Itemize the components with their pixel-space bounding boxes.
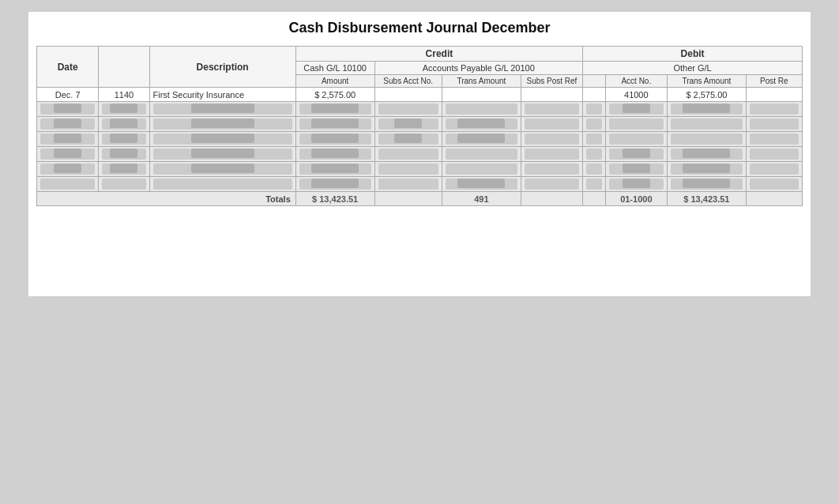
debit-acct-header: Acct No. xyxy=(605,75,667,88)
totals-debit-total: $ 13,423.51 xyxy=(668,192,747,206)
blur-ref xyxy=(99,147,149,162)
blur-db1 xyxy=(605,177,667,192)
blur-cash xyxy=(295,117,374,132)
blur-db0 xyxy=(583,162,606,177)
blur-date xyxy=(37,102,99,117)
debit-sub-header xyxy=(583,75,606,88)
row-ref: 1140 xyxy=(99,88,149,102)
blur-ap1 xyxy=(374,102,442,117)
ap-subs-header: Subs Acct No. xyxy=(374,75,442,88)
blur-db1 xyxy=(605,132,667,147)
blur-ap3 xyxy=(521,147,582,162)
totals-cash: $ 13,423.51 xyxy=(295,192,374,206)
ref-header xyxy=(99,47,149,88)
blur-db0 xyxy=(583,147,606,162)
blur-db2 xyxy=(668,177,747,192)
blur-ap1 xyxy=(374,162,442,177)
blur-db1 xyxy=(605,162,667,177)
blur-ap3 xyxy=(521,162,582,177)
totals-label: Totals xyxy=(37,192,296,206)
table-row-blurred-5 xyxy=(37,162,803,177)
page-title: Cash Disbursement Journal December xyxy=(36,20,803,36)
table-row-blurred-3 xyxy=(37,132,803,147)
blur-ap1 xyxy=(374,147,442,162)
blur-cash xyxy=(295,177,374,192)
blur-desc xyxy=(149,177,295,192)
blur-ap1 xyxy=(374,132,442,147)
totals-ap-trans: 491 xyxy=(442,192,521,206)
row-debit-sub xyxy=(583,88,606,102)
blur-db2 xyxy=(668,132,747,147)
blur-cash xyxy=(295,147,374,162)
blur-db2 xyxy=(668,162,747,177)
blur-db3 xyxy=(746,162,802,177)
blur-ref xyxy=(99,117,149,132)
blur-date xyxy=(37,117,99,132)
blur-ap2 xyxy=(442,162,521,177)
row-ap-trans xyxy=(442,88,521,102)
blur-cash xyxy=(295,102,374,117)
blur-db3 xyxy=(746,147,802,162)
totals-debit-post xyxy=(746,192,802,206)
blur-db2 xyxy=(668,102,747,117)
totals-row: Totals $ 13,423.51 491 01-1000 $ 13,423.… xyxy=(37,192,803,206)
row-ap-subs xyxy=(374,88,442,102)
blur-ap3 xyxy=(521,102,582,117)
row-description: First Security Insurance xyxy=(149,88,295,102)
table-row-blurred-6 xyxy=(37,177,803,192)
blur-db0 xyxy=(583,132,606,147)
header-row-1: Date Description Credit Debit xyxy=(37,47,803,62)
blur-date xyxy=(37,162,99,177)
row-debit-post xyxy=(746,88,802,102)
credit-label: Credit xyxy=(295,47,582,62)
blur-ap1 xyxy=(374,117,442,132)
blur-ap1 xyxy=(374,177,442,192)
debit-label: Debit xyxy=(583,47,803,62)
blur-date xyxy=(37,147,99,162)
cash-gl-header: Cash G/L 10100 xyxy=(295,62,374,75)
blur-db0 xyxy=(583,117,606,132)
blur-date xyxy=(37,132,99,147)
blur-ap3 xyxy=(521,117,582,132)
blur-date xyxy=(37,177,99,192)
blur-desc xyxy=(149,102,295,117)
blur-db2 xyxy=(668,147,747,162)
blur-db3 xyxy=(746,102,802,117)
blur-desc xyxy=(149,162,295,177)
totals-ap-post xyxy=(521,192,582,206)
blur-db0 xyxy=(583,102,606,117)
blur-desc xyxy=(149,132,295,147)
ap-trans-header: Trans Amount xyxy=(442,75,521,88)
blur-db0 xyxy=(583,177,606,192)
blur-ref xyxy=(99,162,149,177)
blur-ap2 xyxy=(442,132,521,147)
blur-db2 xyxy=(668,117,747,132)
table-row-blurred-4 xyxy=(37,147,803,162)
blur-ref xyxy=(99,177,149,192)
journal-table: Date Description Credit Debit Cash G/L 1… xyxy=(36,46,803,206)
other-gl-header: Other G/L xyxy=(583,62,803,75)
row-debit-acct: 41000 xyxy=(605,88,667,102)
totals-db-sub xyxy=(583,192,606,206)
blur-desc xyxy=(149,117,295,132)
blur-ap3 xyxy=(521,177,582,192)
ap-post-header: Subs Post Ref xyxy=(521,75,582,88)
blur-ref xyxy=(99,132,149,147)
blur-db3 xyxy=(746,117,802,132)
blur-ref-center xyxy=(442,177,521,192)
totals-ap-sub xyxy=(374,192,442,206)
cash-amount-header: Amount xyxy=(295,75,374,88)
blur-desc xyxy=(149,147,295,162)
blur-db1 xyxy=(605,102,667,117)
row-debit-trans: $ 2,575.00 xyxy=(668,88,747,102)
row-cash-amount: $ 2,575.00 xyxy=(295,88,374,102)
blur-ap2 xyxy=(442,117,521,132)
ap-gl-header: Accounts Payable G/L 20100 xyxy=(374,62,583,75)
blur-db1 xyxy=(605,147,667,162)
blur-ap3 xyxy=(521,132,582,147)
table-row-blurred-1 xyxy=(37,102,803,117)
totals-debit-ref: 01-1000 xyxy=(605,192,667,206)
blur-cash xyxy=(295,162,374,177)
blur-cash xyxy=(295,132,374,147)
blur-db3 xyxy=(746,177,802,192)
